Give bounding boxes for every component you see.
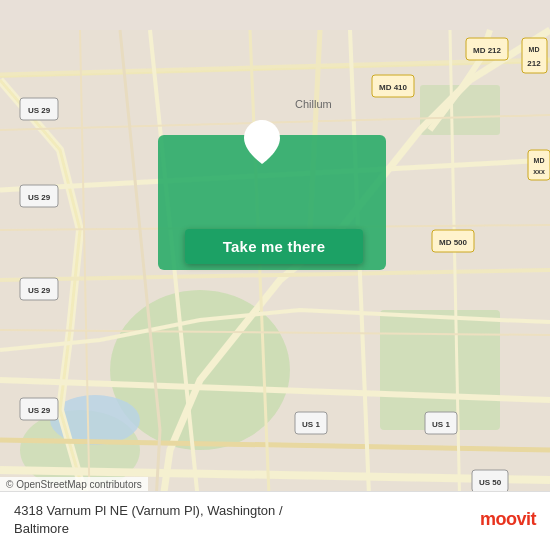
- svg-text:MD 410: MD 410: [379, 83, 408, 92]
- copyright-text: © OpenStreetMap contributors: [6, 479, 142, 490]
- moovit-logo-text: moovit: [480, 509, 536, 530]
- svg-text:US 29: US 29: [28, 106, 51, 115]
- svg-text:US 29: US 29: [28, 406, 51, 415]
- svg-text:MD 212: MD 212: [473, 46, 502, 55]
- svg-text:MD 500: MD 500: [439, 238, 468, 247]
- svg-text:US 1: US 1: [302, 420, 320, 429]
- svg-text:212: 212: [527, 59, 541, 68]
- map-svg: Chillum US 29 US 29 US 29 US 29 MD 410 M…: [0, 0, 550, 550]
- svg-text:Chillum: Chillum: [295, 98, 332, 110]
- svg-text:US 29: US 29: [28, 193, 51, 202]
- take-me-there-button[interactable]: Take me there: [185, 229, 363, 264]
- svg-text:xxx: xxx: [533, 168, 545, 175]
- map-container: Chillum US 29 US 29 US 29 US 29 MD 410 M…: [0, 0, 550, 550]
- svg-text:MD: MD: [534, 157, 545, 164]
- moovit-logo: moovit: [480, 509, 536, 530]
- svg-text:US 29: US 29: [28, 286, 51, 295]
- address-line1: 4318 Varnum Pl NE (Varnum Pl), Washingto…: [14, 502, 283, 520]
- svg-text:MD: MD: [529, 46, 540, 53]
- svg-text:US 50: US 50: [479, 478, 502, 487]
- address-line2: Baltimore: [14, 520, 283, 538]
- bottom-bar: 4318 Varnum Pl NE (Varnum Pl), Washingto…: [0, 491, 550, 550]
- take-me-there-label: Take me there: [223, 238, 325, 255]
- svg-rect-46: [528, 150, 550, 180]
- svg-point-51: [259, 135, 265, 141]
- address-text: 4318 Varnum Pl NE (Varnum Pl), Washingto…: [14, 502, 283, 538]
- svg-text:US 1: US 1: [432, 420, 450, 429]
- map-pin: [244, 120, 280, 168]
